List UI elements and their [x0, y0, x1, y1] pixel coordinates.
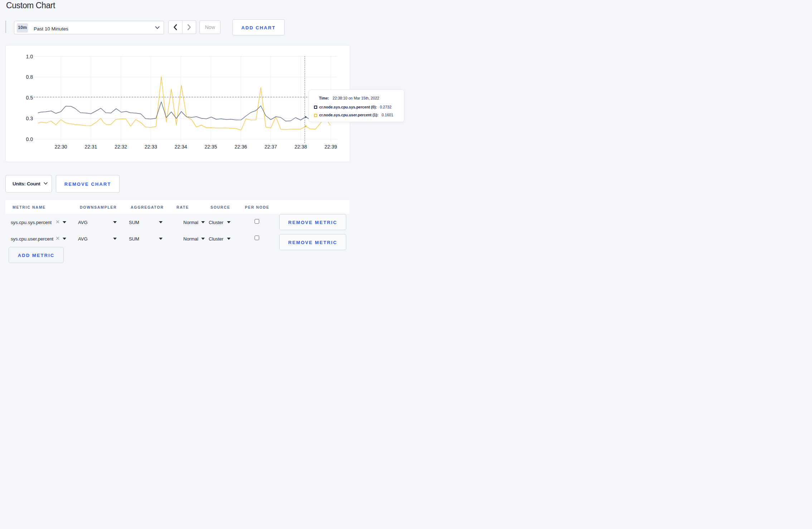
svg-text:1.0: 1.0: [26, 54, 33, 59]
svg-text:0.5: 0.5: [26, 95, 33, 101]
svg-text:22:34: 22:34: [174, 144, 187, 150]
svg-text:22:38: 22:38: [294, 144, 307, 150]
svg-text:0.3: 0.3: [26, 116, 33, 121]
svg-text:22:33: 22:33: [145, 144, 157, 150]
svg-text:22:30: 22:30: [54, 144, 67, 150]
svg-text:22:31: 22:31: [84, 144, 97, 150]
svg-text:22:35: 22:35: [204, 144, 217, 150]
svg-text:0.8: 0.8: [26, 74, 33, 80]
svg-text:22:32: 22:32: [115, 144, 127, 150]
svg-text:22:37: 22:37: [265, 144, 277, 150]
svg-text:22:39: 22:39: [324, 144, 337, 150]
svg-text:0.0: 0.0: [26, 136, 33, 142]
svg-text:22:36: 22:36: [235, 144, 247, 150]
